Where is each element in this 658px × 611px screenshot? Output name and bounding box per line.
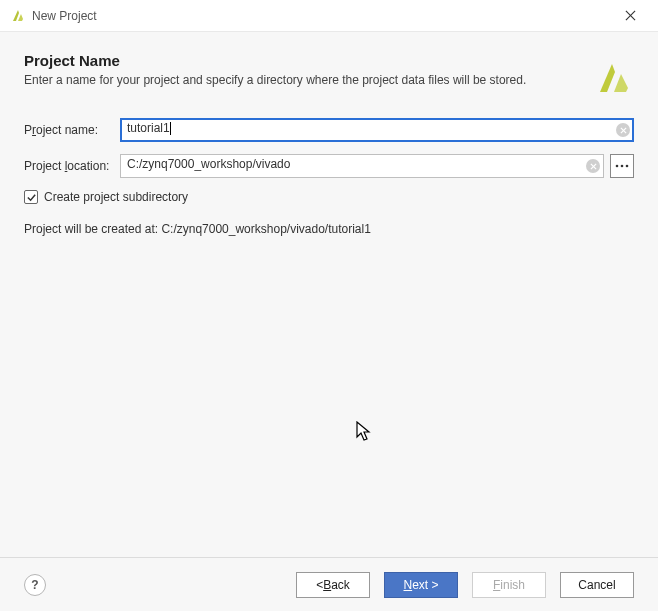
- help-icon: ?: [31, 578, 38, 592]
- ellipsis-icon: [615, 164, 629, 168]
- clear-icon: [590, 163, 597, 170]
- vivado-app-icon: [10, 8, 26, 24]
- project-location-label: Project location:: [24, 159, 120, 173]
- create-subdir-label: Create project subdirectory: [44, 190, 188, 204]
- new-project-dialog: New Project Project Name Enter a name fo…: [0, 0, 658, 611]
- create-subdir-row: Create project subdirectory: [24, 190, 634, 204]
- finish-button: Finish: [472, 572, 546, 598]
- svg-point-6: [616, 165, 619, 168]
- project-name-input[interactable]: tutorial1: [120, 118, 634, 142]
- checkmark-icon: [26, 192, 37, 203]
- cursor-icon: [356, 421, 374, 443]
- project-location-row: Project location: C:/zynq7000_workshop/v…: [24, 154, 634, 178]
- page-subtitle: Enter a name for your project and specif…: [24, 73, 594, 87]
- dialog-footer: ? < Back Next > Finish Cancel: [0, 557, 658, 611]
- create-subdir-checkbox[interactable]: [24, 190, 38, 204]
- close-icon: [625, 10, 636, 21]
- window-title: New Project: [32, 9, 97, 23]
- project-name-row: Project name: tutorial1: [24, 118, 634, 142]
- clear-location-button[interactable]: [586, 159, 600, 173]
- browse-location-button[interactable]: [610, 154, 634, 178]
- created-at-label: Project will be created at: C:/zynq7000_…: [24, 222, 634, 236]
- clear-icon: [620, 127, 627, 134]
- project-location-input[interactable]: C:/zynq7000_workshop/vivado: [120, 154, 604, 178]
- titlebar: New Project: [0, 0, 658, 32]
- help-button[interactable]: ?: [24, 574, 46, 596]
- cancel-button[interactable]: Cancel: [560, 572, 634, 598]
- back-button[interactable]: < Back: [296, 572, 370, 598]
- page-title: Project Name: [24, 52, 594, 69]
- form-area: Project name: tutorial1 Project location…: [0, 106, 658, 236]
- text-caret: [170, 122, 171, 135]
- project-name-label: Project name:: [24, 123, 120, 137]
- dialog-header: Project Name Enter a name for your proje…: [0, 32, 658, 106]
- next-button[interactable]: Next >: [384, 572, 458, 598]
- svg-point-8: [626, 165, 629, 168]
- close-button[interactable]: [610, 1, 650, 31]
- svg-point-7: [621, 165, 624, 168]
- vivado-logo-icon: [594, 58, 634, 98]
- clear-name-button[interactable]: [616, 123, 630, 137]
